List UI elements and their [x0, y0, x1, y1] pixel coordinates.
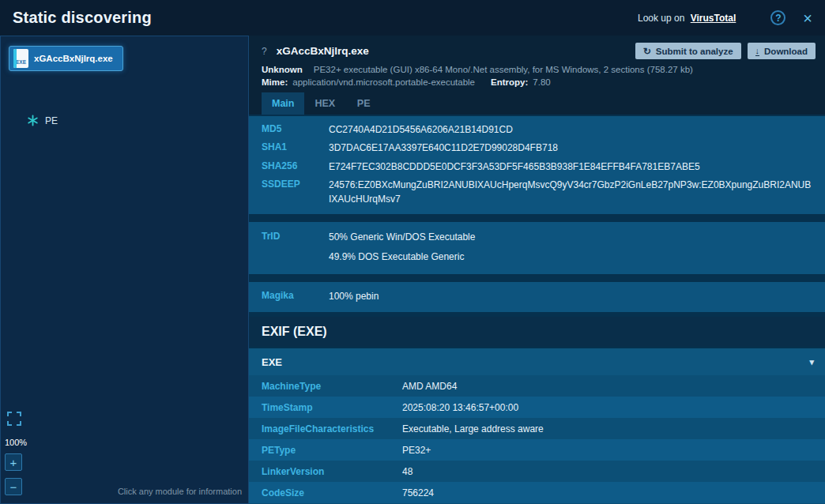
detail-panel: ? xGAccBxNjlrq.exe ↻ Submit to analyze ↓…: [249, 36, 825, 504]
exif-key: TimeStamp: [262, 402, 402, 413]
detail-tabs: Main HEX PE: [249, 92, 825, 115]
lookup-text: Look up on VirusTotal: [638, 13, 736, 24]
exif-value: AMD AMD64: [402, 381, 812, 392]
hashes-block: MD5 CC2740A4D21D5456A6206A21B14D91CD SHA…: [249, 116, 825, 214]
file-type-description: PE32+ executable (GUI) x86-64 Mono/.Net …: [314, 65, 693, 74]
mime-label: Mime:: [262, 77, 288, 87]
hash-value: 24576:EZ0BXcMungZuBRI2ANUBIXAUcHperqMsvc…: [329, 179, 812, 206]
file-info-icon[interactable]: ?: [262, 46, 267, 57]
window-header: Static discovering Look up on VirusTotal…: [0, 0, 825, 36]
exif-value: 2025:08:20 13:46:57+00:00: [402, 402, 812, 413]
mime-value: application/vnd.microsoft.portable-execu…: [292, 77, 475, 87]
tree-hint-text: Click any module for information: [118, 487, 242, 496]
exif-value: PE32+: [402, 445, 812, 456]
hash-row: SHA256 E724F7EC302B8CDDD5E0DCF3F3A53DF5F…: [249, 158, 825, 176]
table-row: CodeSize 756224: [249, 482, 825, 503]
trid-values: 50% Generic Win/DOS Executable 49.9% DOS…: [329, 231, 812, 265]
main-tab-content: MD5 CC2740A4D21D5456A6206A21B14D91CD SHA…: [249, 115, 825, 504]
exif-key: PEType: [262, 445, 402, 456]
download-button[interactable]: ↓ Download: [748, 43, 816, 59]
page-title: Static discovering: [13, 9, 152, 27]
trid-label: TrID: [262, 231, 329, 242]
hash-label: SHA1: [262, 141, 329, 152]
hash-row: SHA1 3D7DAC6E17AA3397E640C11D2E7D99028D4…: [249, 139, 825, 157]
table-row: MachineType AMD AMD64: [249, 375, 825, 397]
lookup-prefix: Look up on: [638, 13, 684, 24]
virustotal-link[interactable]: VirusTotal: [691, 13, 736, 24]
file-name: xGAccBxNjlrq.exe: [277, 45, 369, 57]
tab-main[interactable]: Main: [262, 92, 304, 115]
static-discovering-window: Static discovering Look up on VirusTotal…: [0, 0, 825, 504]
tab-pe[interactable]: PE: [345, 92, 382, 115]
download-icon: ↓: [755, 47, 760, 56]
exif-group-title: EXE: [262, 356, 282, 368]
hash-value: CC2740A4D21D5456A6206A21B14D91CD: [329, 123, 812, 137]
exif-section-title: EXIF (EXE): [249, 317, 825, 347]
table-row: TimeStamp 2025:08:20 13:46:57+00:00: [249, 397, 825, 418]
tab-hex[interactable]: HEX: [304, 92, 345, 115]
zoom-out-button[interactable]: −: [5, 478, 22, 495]
file-actions: ↻ Submit to analyze ↓ Download: [635, 43, 816, 59]
file-meta-row: Mime: application/vnd.microsoft.portable…: [262, 77, 816, 87]
help-icon[interactable]: ?: [770, 10, 785, 25]
file-type-row: Unknown PE32+ executable (GUI) x86-64 Mo…: [262, 65, 816, 74]
trid-block: TrID 50% Generic Win/DOS Executable 49.9…: [249, 222, 825, 274]
entropy-value: 7.80: [533, 77, 550, 87]
exif-key: CodeSize: [262, 487, 402, 498]
trid-line: 50% Generic Win/DOS Executable: [329, 231, 812, 244]
exe-file-icon: EXE: [13, 49, 28, 68]
hash-value: 3D7DAC6E17AA3397E640C11D2E7D99028D4FB718: [329, 141, 812, 155]
exif-table: MachineType AMD AMD64 TimeStamp 2025:08:…: [249, 375, 825, 504]
zoom-in-button[interactable]: +: [5, 453, 22, 471]
magika-block: Magika 100% pebin: [249, 282, 825, 312]
exif-value: 756224: [402, 487, 812, 498]
exif-exe-group-header[interactable]: EXE ▾: [249, 348, 825, 375]
submit-to-analyze-button[interactable]: ↻ Submit to analyze: [635, 43, 741, 59]
table-row: ImageFileCharacteristics Executable, Lar…: [249, 418, 825, 439]
magika-value: 100% pebin: [329, 290, 812, 303]
exe-icon-stripe: [13, 49, 17, 68]
tree-node-root-file[interactable]: EXE xGAccBxNjlrq.exe: [9, 46, 123, 71]
magika-label: Magika: [262, 290, 329, 301]
file-summary-header: ? xGAccBxNjlrq.exe ↻ Submit to analyze ↓…: [249, 36, 825, 92]
table-row: LinkerVersion 48: [249, 461, 825, 482]
trid-line: 49.9% DOS Executable Generic: [329, 250, 812, 264]
exif-value: 48: [402, 466, 812, 477]
hash-row: SSDEEP 24576:EZ0BXcMungZuBRI2ANUBIXAUcHp…: [249, 176, 825, 209]
table-row: PEType PE32+: [249, 439, 825, 461]
magika-row: Magika 100% pebin: [249, 288, 825, 306]
close-icon[interactable]: ×: [803, 10, 812, 26]
exif-key: LinkerVersion: [262, 466, 402, 477]
exif-key: ImageFileCharacteristics: [262, 423, 402, 434]
exif-value: Executable, Large address aware: [402, 423, 812, 434]
hash-label: MD5: [262, 123, 329, 134]
tree-node-pe[interactable]: PE: [27, 115, 58, 126]
module-tree-panel: EXE xGAccBxNjlrq.exe PE: [0, 36, 249, 504]
hash-value: E724F7EC302B8CDDD5E0DCF3F3A53DF5F465B3B9…: [329, 160, 812, 174]
trid-row: TrID 50% Generic Win/DOS Executable 49.9…: [249, 228, 825, 267]
module-icon: [27, 115, 39, 126]
refresh-icon: ↻: [643, 46, 651, 57]
zoom-level-label: 100%: [5, 438, 27, 447]
file-title-row: ? xGAccBxNjlrq.exe ↻ Submit to analyze ↓…: [262, 43, 816, 59]
tree-pe-label: PE: [45, 115, 58, 126]
verdict-badge: Unknown: [262, 65, 303, 74]
exif-key: MachineType: [262, 381, 402, 392]
window-body: EXE xGAccBxNjlrq.exe PE: [0, 36, 825, 504]
entropy-label: Entropy:: [491, 77, 528, 87]
hash-label: SSDEEP: [262, 179, 329, 190]
hash-label: SHA256: [262, 160, 329, 171]
fullscreen-corners-icon: [7, 412, 21, 426]
tree-root-label: xGAccBxNjlrq.exe: [34, 54, 113, 63]
chevron-down-icon: ▾: [809, 357, 814, 367]
hash-row: MD5 CC2740A4D21D5456A6206A21B14D91CD: [249, 121, 825, 139]
fit-to-screen-button[interactable]: [7, 412, 21, 426]
